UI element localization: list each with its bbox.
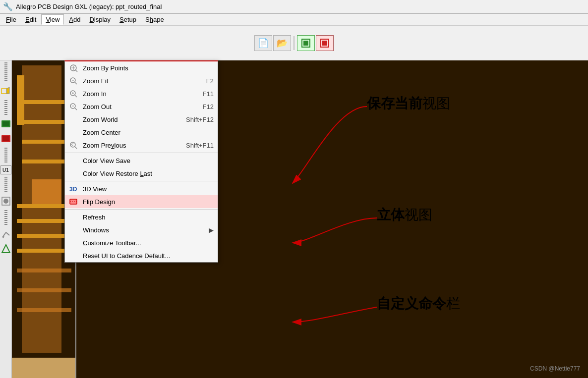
svg-rect-50 bbox=[70, 199, 77, 204]
menu-bar: File Edit View Add Display Setup Shape bbox=[0, 14, 588, 26]
sidebar-dots-5 bbox=[4, 210, 7, 225]
menu-customize-toolbar[interactable]: Customize Toolbar... bbox=[65, 236, 218, 249]
sidebar-icon-3[interactable] bbox=[0, 133, 12, 145]
svg-rect-28 bbox=[17, 269, 71, 272]
zoom-in-icon bbox=[68, 88, 79, 99]
svg-rect-30 bbox=[17, 308, 71, 312]
flip-design-icon bbox=[68, 196, 79, 207]
menu-zoom-fit[interactable]: Zoom Fit F2 bbox=[65, 74, 218, 87]
sidebar-dots-4 bbox=[4, 177, 7, 192]
toolbar-area: 📄 📂 bbox=[0, 26, 588, 60]
menu-add[interactable]: Add bbox=[65, 15, 84, 24]
svg-line-47 bbox=[71, 143, 73, 145]
svg-marker-15 bbox=[2, 245, 10, 253]
menu-shape[interactable]: Shape bbox=[141, 15, 168, 24]
svg-point-45 bbox=[70, 142, 75, 147]
sidebar-dots-1 bbox=[4, 62, 7, 82]
main-layout: U1 bbox=[0, 60, 588, 378]
title-bar-text: Allegro PCB Design GXL (legacy): ppt_rou… bbox=[16, 3, 162, 10]
title-bar: 🔧 Allegro PCB Design GXL (legacy): ppt_r… bbox=[0, 0, 588, 14]
sidebar-icon-5[interactable] bbox=[0, 195, 12, 207]
sidebar-dots-2 bbox=[4, 100, 7, 115]
menu-reset-ui[interactable]: Reset UI to Cadence Default... bbox=[65, 249, 218, 262]
windows-arrow: ▶ bbox=[209, 226, 214, 234]
svg-line-36 bbox=[75, 82, 77, 84]
menu-display[interactable]: Display bbox=[85, 15, 115, 24]
svg-line-12 bbox=[2, 232, 6, 237]
app-icon: 🔧 bbox=[3, 2, 13, 11]
zoom-prev-shortcut: Shift+F11 bbox=[166, 142, 214, 149]
zoom-by-points-icon bbox=[68, 62, 79, 73]
svg-line-32 bbox=[75, 70, 77, 72]
zoom-out-icon bbox=[68, 101, 79, 112]
3d-view-icon: 3D bbox=[68, 183, 79, 194]
sep-2 bbox=[65, 181, 218, 181]
svg-rect-26 bbox=[17, 234, 71, 238]
menu-zoom-out[interactable]: Zoom Out F12 bbox=[65, 100, 218, 113]
sidebar-dots-3 bbox=[4, 148, 7, 162]
zoom-prev-icon bbox=[68, 140, 79, 151]
svg-line-13 bbox=[6, 232, 9, 235]
zoom-fit-icon bbox=[68, 75, 79, 86]
menu-view[interactable]: View bbox=[41, 14, 64, 25]
svg-rect-25 bbox=[17, 219, 71, 223]
left-sidebar: U1 bbox=[0, 60, 12, 378]
toolbar-sep-1 bbox=[294, 36, 294, 50]
menu-refresh[interactable]: Refresh bbox=[65, 211, 218, 223]
menu-zoom-world[interactable]: Zoom World Shift+F12 bbox=[65, 113, 218, 126]
svg-line-46 bbox=[75, 147, 77, 149]
svg-line-43 bbox=[75, 108, 77, 110]
toolbar-green-sq[interactable] bbox=[297, 35, 315, 51]
sidebar-icon-1[interactable] bbox=[0, 85, 12, 97]
svg-rect-3 bbox=[322, 41, 327, 46]
toolbar-open[interactable]: 📂 bbox=[273, 35, 291, 51]
svg-rect-23 bbox=[32, 179, 61, 204]
view-dropdown-menu: Zoom By Points Zoom Fit F2 Zoom In F11 Z… bbox=[64, 60, 218, 263]
menu-edit[interactable]: Edit bbox=[21, 15, 40, 24]
menu-3d-view[interactable]: 3D 3D View bbox=[65, 182, 218, 195]
zoom-out-shortcut: F12 bbox=[183, 103, 214, 110]
menu-color-view-restore[interactable]: Color View Restore Last bbox=[65, 167, 218, 180]
sidebar-icon-2[interactable] bbox=[0, 118, 12, 130]
svg-line-39 bbox=[75, 95, 77, 97]
svg-rect-1 bbox=[303, 41, 308, 46]
menu-color-view-save[interactable]: Color View Save bbox=[65, 154, 218, 167]
zoom-world-shortcut: Shift+F12 bbox=[166, 116, 214, 123]
svg-rect-20 bbox=[22, 120, 66, 124]
sep-3 bbox=[65, 209, 218, 210]
zoom-in-shortcut: F11 bbox=[183, 90, 214, 98]
menu-zoom-by-points[interactable]: Zoom By Points bbox=[65, 61, 218, 74]
svg-point-11 bbox=[3, 199, 8, 204]
svg-text:3D: 3D bbox=[69, 186, 77, 193]
svg-rect-7 bbox=[2, 121, 9, 126]
svg-line-48 bbox=[71, 145, 73, 146]
svg-rect-27 bbox=[17, 249, 71, 253]
toolbar-new[interactable]: 📄 bbox=[254, 35, 272, 51]
svg-rect-22 bbox=[22, 160, 66, 163]
menu-flip-design[interactable]: Flip Design bbox=[65, 195, 218, 208]
zoom-fit-shortcut: F2 bbox=[186, 77, 214, 85]
sidebar-icon-4[interactable]: U1 bbox=[0, 165, 11, 174]
toolbar-red-sq[interactable] bbox=[316, 35, 334, 51]
menu-zoom-previous[interactable]: Zoom Previous Shift+F11 bbox=[65, 139, 218, 152]
menu-file[interactable]: File bbox=[2, 15, 20, 24]
svg-rect-9 bbox=[2, 136, 9, 141]
sidebar-icon-6[interactable] bbox=[0, 228, 12, 240]
menu-zoom-in[interactable]: Zoom In F11 bbox=[65, 87, 218, 100]
svg-rect-29 bbox=[17, 288, 71, 292]
svg-marker-5 bbox=[6, 87, 9, 94]
svg-rect-24 bbox=[17, 204, 71, 208]
menu-zoom-center[interactable]: Zoom Center bbox=[65, 126, 218, 139]
svg-rect-21 bbox=[22, 140, 66, 144]
menu-setup[interactable]: Setup bbox=[116, 15, 140, 24]
watermark: CSDN @Nettie777 bbox=[530, 365, 580, 372]
menu-windows[interactable]: Windows ▶ bbox=[65, 223, 218, 236]
toolbar-row-1: 📄 📂 bbox=[254, 35, 334, 51]
sidebar-icon-7[interactable] bbox=[0, 243, 12, 255]
sep-1 bbox=[65, 153, 218, 153]
svg-rect-19 bbox=[22, 100, 66, 104]
